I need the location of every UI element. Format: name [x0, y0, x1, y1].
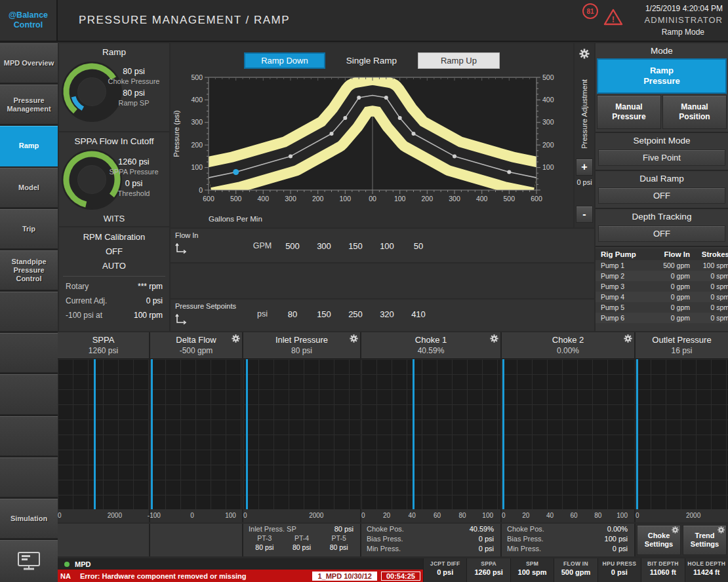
ramp-pressure-button[interactable]: Ramp Pressure: [597, 58, 727, 94]
sidebar-item-simulation[interactable]: Simulation: [0, 499, 58, 539]
alarm-count-badge[interactable]: 81: [582, 3, 598, 19]
dual-ramp-header: Dual Ramp: [596, 171, 728, 186]
sidebar-item-mpd-overview[interactable]: MPD Overview: [0, 43, 58, 83]
current-adj-label: Current Adj.: [66, 296, 107, 305]
svg-text:200: 200: [542, 141, 554, 149]
sidebar-items: MPD OverviewPressure ManagementRampModel…: [0, 43, 58, 539]
choke1-details: Choke Pos.40.59%Bias Press.0 psiMin Pres…: [361, 524, 500, 556]
trend-axis-tick: 20: [383, 512, 390, 519]
chart-settings-gear-icon[interactable]: [579, 48, 590, 62]
stat-value: 1260 psi: [467, 567, 510, 576]
choke2-detail-label: Bias Press.: [507, 535, 544, 543]
trend-panels: SPPA1260 psi02000Delta Flow-500 gpm-1000…: [58, 332, 728, 522]
pump-strokes: 0 spm: [690, 293, 728, 301]
sidebar-item-trip[interactable]: Trip: [0, 209, 58, 249]
stat-label: SPPA: [467, 560, 510, 567]
choke-settings-button[interactable]: Choke Settings: [637, 525, 681, 555]
choke1-detail-value: 0 psi: [479, 535, 494, 543]
alert-file: 1_MPD 10/30/12: [312, 572, 377, 581]
flow-value[interactable]: 500: [277, 241, 308, 251]
setpoint-mode-value[interactable]: Five Point: [598, 149, 725, 166]
trend-settings-gear-icon[interactable]: [624, 334, 632, 345]
trend-panel-choke-1: Choke 140.59%020406080100: [361, 332, 500, 522]
manual-position-button[interactable]: Manual Position: [662, 95, 727, 129]
sidebar-item-empty: [0, 457, 58, 497]
pump-strokes: 0 spm: [690, 303, 728, 311]
alarm-warning-icon[interactable]: !: [603, 9, 623, 28]
trend-header: Choke 140.59%: [361, 332, 500, 359]
dual-ramp-toggle[interactable]: OFF: [598, 187, 725, 204]
pump-row-pump-6: Pump 60 gpm0 spm: [596, 313, 728, 323]
flow-value[interactable]: 50: [403, 241, 434, 251]
pump-name: Pump 3: [601, 282, 641, 290]
ramp-gauge-section: Ramp 80 psi Choke Pressure 80 psi Ramp S…: [59, 43, 169, 131]
svg-text:600: 600: [531, 195, 542, 203]
trend-settings-button[interactable]: Trend Settings: [683, 525, 727, 555]
sidebar-nav: MPD OverviewPressure ManagementRampModel…: [0, 43, 58, 582]
pump-name: Pump 4: [601, 293, 641, 301]
manual-pressure-label: Manual Pressure: [607, 102, 651, 122]
current-adj-row: Current Adj. 0 psi: [59, 294, 169, 308]
flow-unit: GPM: [248, 241, 277, 251]
trend-panel-sppa: SPPA1260 psi02000: [58, 332, 149, 522]
stat-label: HPU PRESS: [598, 560, 641, 567]
trend-settings-gear-icon[interactable]: [232, 334, 240, 345]
pump-flow: 0 gpm: [641, 293, 690, 301]
trend-cursor-line: [246, 359, 248, 509]
pressure-setpoint-value[interactable]: 320: [371, 309, 403, 319]
pump-strokes: 0 spm: [690, 314, 728, 322]
trend-title: Choke 2: [502, 332, 634, 345]
pressure-adjust-plus-button[interactable]: +: [576, 159, 593, 176]
choke2-detail-row: Choke Pos.0.00%: [502, 524, 634, 534]
tab-single-ramp[interactable]: Single Ramp: [336, 52, 407, 69]
ramp-sp-label: Ramp SP: [101, 98, 167, 108]
sidebar-workstation-button[interactable]: [0, 540, 58, 582]
trend-value: 40.59%: [361, 345, 500, 355]
choke-pressure-value: 80 psi: [101, 67, 167, 77]
choke-pressure-label: Choke Pressure: [101, 77, 167, 87]
pressure-setpoint-value[interactable]: 80: [277, 309, 308, 319]
stat-spm: SPM100 spm: [510, 558, 554, 582]
flow-in-row: Flow In GPM 500 300 150 100 50: [171, 229, 594, 262]
choke2-detail-row: Bias Press.100 psi: [502, 534, 634, 543]
pressure-setpoint-value[interactable]: 150: [308, 309, 340, 319]
pump-flow: 0 gpm: [641, 303, 690, 311]
trend-axis-tick: 40: [409, 512, 416, 519]
ramp-chart-section: Ramp Down Single Ramp Ramp Up 6005004003…: [171, 43, 573, 227]
pressure-unit: psi: [248, 309, 277, 319]
choke1-detail-row: Min Press.0 psi: [361, 543, 500, 553]
tab-ramp-down[interactable]: Ramp Down: [244, 52, 325, 69]
svg-text:100: 100: [340, 195, 352, 203]
flow-value[interactable]: 150: [340, 241, 371, 251]
pressure-adjust-minus-button[interactable]: -: [576, 206, 593, 223]
tab-ramp-up[interactable]: Ramp Up: [418, 52, 500, 69]
trend-axis-tick: 100: [225, 512, 236, 519]
sidebar-item-ramp[interactable]: Ramp: [0, 126, 58, 166]
choke-settings-label: Choke Settings: [642, 532, 676, 549]
stat-value: 500 gpm: [554, 567, 597, 576]
choke1-detail-label: Bias Press.: [367, 535, 403, 543]
stat-value: 0 psi: [424, 567, 466, 576]
app-logo: @Balance Control: [0, 0, 58, 41]
trend-plot: [58, 359, 149, 509]
sidebar-item-standpipe-pressure-control[interactable]: Standpipe Pressure Control: [0, 250, 58, 290]
sppa-cutoff-title: SPPA Flow In Cutoff: [59, 132, 169, 146]
trend-axis: -1000100: [150, 509, 242, 522]
inlet-sp-value: 80 psi: [334, 525, 354, 533]
sidebar-item-model[interactable]: Model: [0, 168, 58, 208]
manual-pressure-button[interactable]: Manual Pressure: [597, 95, 661, 129]
flow-in-values: GPM 500 300 150 100 50: [248, 241, 434, 251]
pressure-setpoint-value[interactable]: 410: [403, 309, 434, 319]
sidebar-item-pressure-management[interactable]: Pressure Management: [0, 85, 58, 125]
flow-value[interactable]: 300: [308, 241, 340, 251]
svg-text:400: 400: [476, 195, 488, 203]
alert-bar[interactable]: NA Error: Hardware component removed or …: [58, 570, 423, 582]
trend-axis-tick: 60: [434, 512, 441, 519]
threshold-value: 0 psi: [101, 179, 167, 189]
pressure-setpoint-value[interactable]: 250: [340, 309, 371, 319]
trend-settings-gear-icon[interactable]: [350, 334, 358, 345]
trend-settings-gear-icon[interactable]: [490, 334, 498, 345]
svg-text:Gallons Per Min: Gallons Per Min: [209, 215, 262, 223]
depth-tracking-toggle[interactable]: OFF: [598, 225, 725, 242]
flow-value[interactable]: 100: [371, 241, 403, 251]
